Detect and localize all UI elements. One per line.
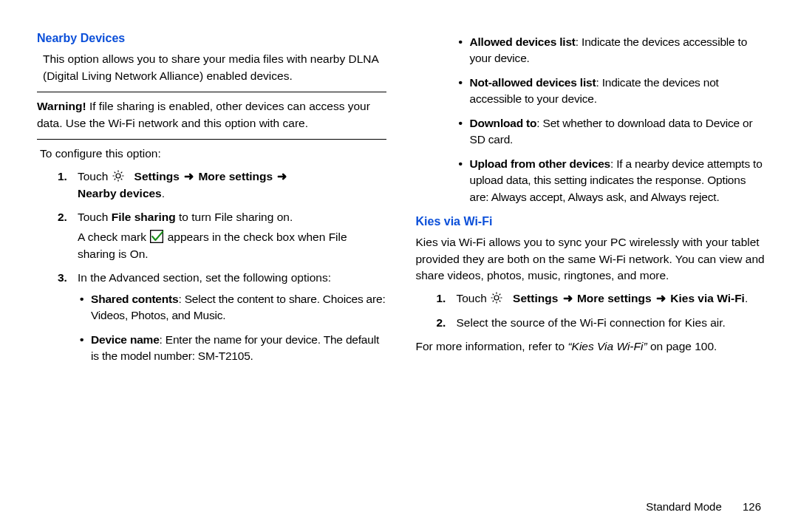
arrow-icon: ➜ — [655, 292, 667, 304]
gear-icon — [112, 168, 125, 185]
more-info-line: For more information, refer to “Kies Via… — [416, 338, 765, 355]
kies-steps: Touch Settings ➜ More settings ➜ Kies vi… — [416, 290, 765, 332]
arrow-icon: ➜ — [562, 292, 574, 304]
step2-line2-a: A check mark — [78, 231, 149, 243]
configure-line: To configure this option: — [40, 146, 386, 162]
advanced-options-list: Shared contents: Select the content to s… — [78, 291, 386, 365]
path-nearby-devices: Nearby devices — [78, 187, 162, 200]
adv1-label: Shared contents — [91, 293, 178, 305]
kies-step-1: Touch Settings ➜ More settings ➜ Kies vi… — [416, 290, 765, 307]
gear-icon — [490, 290, 503, 307]
page-number: 126 — [743, 500, 761, 513]
page-footer: Standard Mode 126 — [646, 500, 761, 513]
left-column: Nearby Devices This option allows you to… — [37, 30, 386, 372]
moreinfo-ref: “Kies Via Wi-Fi” — [567, 340, 647, 352]
arrow-icon: ➜ — [183, 170, 195, 183]
right-column: Allowed devices list: Indicate the devic… — [416, 30, 765, 372]
divider — [37, 92, 386, 92]
b4-label: Upload from other devices — [470, 157, 611, 170]
path-more-settings: More settings — [577, 292, 652, 304]
step-3: In the Advanced section, set the followi… — [37, 270, 386, 364]
b3-label: Download to — [470, 117, 537, 129]
adv-upload-from: Upload from other devices: If a nearby d… — [457, 156, 765, 205]
svg-point-2 — [494, 296, 499, 300]
adv-download-to: Download to: Set whether to download dat… — [457, 115, 765, 149]
step1-touch: Touch — [78, 170, 112, 183]
divider — [37, 139, 386, 140]
svg-point-0 — [116, 174, 120, 178]
path-settings: Settings — [513, 292, 558, 304]
adv-not-allowed: Not-allowed devices list: Indicate the d… — [457, 75, 765, 108]
heading-nearby-devices: Nearby Devices — [37, 30, 386, 47]
path-kies: Kies via Wi-Fi — [670, 292, 745, 304]
steps-list: Touch Settings ➜ More settings ➜ Nearby … — [37, 168, 386, 365]
footer-mode: Standard Mode — [646, 500, 722, 513]
checkmark-icon — [149, 229, 164, 245]
b2-label: Not-allowed devices list — [470, 76, 596, 89]
manual-page: Nearby Devices This option allows you to… — [0, 0, 798, 532]
step-1: Touch Settings ➜ More settings ➜ Nearby … — [37, 168, 386, 202]
step-2: Touch File sharing to turn File sharing … — [37, 209, 386, 262]
warning-block: Warning! If file sharing is enabled, oth… — [37, 98, 386, 132]
adv2-label: Device name — [91, 333, 160, 346]
path-more-settings: More settings — [198, 170, 273, 183]
moreinfo-b: on page 100. — [647, 340, 717, 352]
adv-device-name: Device name: Enter the name for your dev… — [78, 332, 386, 365]
step2-c: to turn File sharing on. — [176, 211, 293, 223]
advanced-options-continued: Allowed devices list: Indicate the devic… — [457, 34, 765, 205]
adv-shared-contents: Shared contents: Select the content to s… — [78, 291, 386, 324]
adv-allowed: Allowed devices list: Indicate the devic… — [457, 34, 765, 67]
step3-text: In the Advanced section, set the followi… — [78, 271, 331, 284]
heading-kies: Kies via Wi-Fi — [416, 213, 765, 230]
step2-a: Touch — [78, 211, 112, 223]
moreinfo-a: For more information, refer to — [416, 340, 568, 352]
warning-text: If file sharing is enabled, other device… — [37, 100, 370, 129]
path-settings: Settings — [134, 170, 180, 183]
kies-step-2: Select the source of the Wi-Fi connectio… — [416, 315, 765, 331]
warning-label: Warning! — [37, 100, 86, 112]
b1-label: Allowed devices list — [470, 35, 576, 48]
kies-intro: Kies via Wi-Fi allows you to sync your P… — [416, 234, 765, 284]
kies-step2-text: Select the source of the Wi-Fi connectio… — [457, 316, 726, 329]
step2-b: File sharing — [112, 211, 176, 223]
nearby-intro: This option allows you to share your med… — [43, 51, 386, 84]
arrow-icon: ➜ — [276, 170, 288, 183]
two-column-layout: Nearby Devices This option allows you to… — [37, 30, 765, 372]
kies-step1-touch: Touch — [457, 292, 491, 304]
